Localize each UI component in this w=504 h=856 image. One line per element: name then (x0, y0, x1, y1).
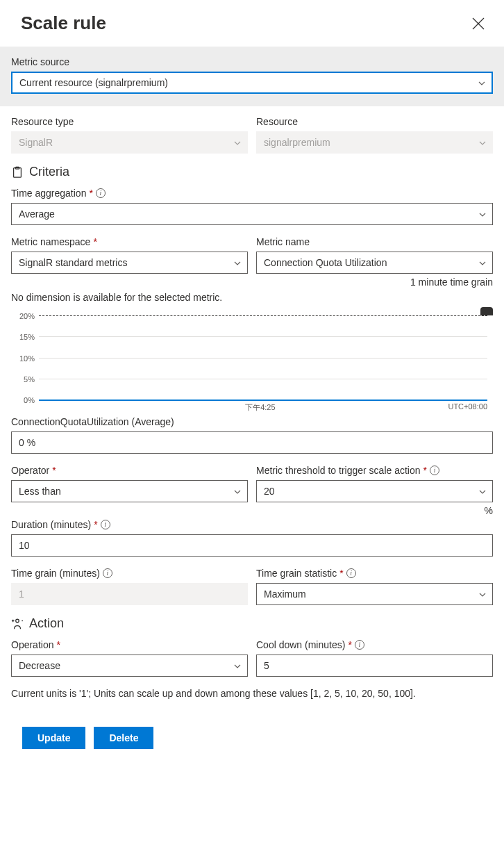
time-grain-label: Time grain (minutes) i (11, 568, 248, 579)
chevron-down-icon (233, 138, 242, 147)
threshold-input[interactable]: 20 (256, 480, 493, 502)
time-grain-statistic-value: Maximum (264, 588, 306, 600)
info-icon[interactable]: i (103, 568, 112, 578)
info-icon[interactable]: i (96, 188, 106, 198)
metric-name-value: Connection Quota Utilization (264, 257, 387, 268)
svg-rect-2 (14, 167, 22, 177)
chevron-down-icon (478, 138, 487, 147)
operation-label: Operation* (11, 639, 248, 650)
no-dimension-message: No dimension is available for the select… (11, 292, 493, 303)
resource-type-label: Resource type (11, 116, 248, 127)
threshold-value: 20 (264, 486, 275, 497)
chevron-down-icon (478, 210, 487, 218)
chevron-down-icon (478, 590, 487, 598)
update-button[interactable]: Update (22, 727, 85, 749)
resource-label: Resource (256, 116, 493, 127)
metric-name-label: Metric name (256, 236, 493, 247)
chevron-down-icon (478, 487, 487, 495)
info-icon[interactable]: i (355, 640, 364, 650)
time-grain-note: 1 minute time grain (11, 277, 493, 288)
metric-summary-value: 0 % (11, 431, 493, 454)
chevron-down-icon (233, 258, 242, 267)
time-aggregation-select[interactable]: Average (11, 203, 493, 225)
time-grain-statistic-select[interactable]: Maximum (256, 583, 493, 605)
metric-namespace-label: Metric namespace* (11, 236, 248, 247)
chevron-down-icon (478, 79, 486, 87)
metric-source-section: Metric source Current resource (signalrp… (0, 47, 504, 106)
operator-label: Operator* (11, 465, 248, 476)
close-icon[interactable] (472, 17, 485, 30)
threshold-unit: % (256, 505, 493, 516)
resource-select: signalrpremium (256, 131, 493, 154)
resource-type-value: SignalR (19, 137, 53, 148)
metric-source-select[interactable]: Current resource (signalrpremium) (11, 72, 493, 94)
operator-value: Less than (19, 486, 61, 497)
footer: Update Delete (0, 713, 504, 766)
operator-select[interactable]: Less than (11, 480, 248, 502)
time-grain-statistic-label: Time grain statistic* i (256, 568, 493, 579)
svg-point-4 (16, 619, 19, 623)
metric-namespace-value: SignalR standard metrics (19, 257, 127, 268)
metric-name-select[interactable]: Connection Quota Utilization (256, 252, 493, 274)
chevron-down-icon (478, 258, 487, 267)
criteria-heading: Criteria (11, 165, 493, 179)
time-aggregation-label: Time aggregation* i (11, 188, 493, 199)
operation-value: Decrease (19, 660, 60, 671)
chevron-down-icon (233, 487, 242, 495)
metric-source-label: Metric source (11, 56, 493, 67)
panel-title: Scale rule (21, 13, 106, 34)
delete-button[interactable]: Delete (94, 727, 153, 749)
resource-value: signalrpremium (264, 137, 330, 148)
chart-x-right: UTC+08:00 (448, 402, 487, 411)
info-icon[interactable]: i (430, 466, 439, 475)
info-icon[interactable]: i (101, 520, 110, 529)
duration-label: Duration (minutes)* i (11, 519, 493, 530)
threshold-label: Metric threshold to trigger scale action… (256, 465, 493, 476)
time-aggregation-value: Average (19, 208, 55, 220)
cool-down-label: Cool down (minutes)* i (256, 639, 493, 650)
metric-summary-label: ConnectionQuotaUtilization (Average) (11, 416, 493, 427)
metric-namespace-select[interactable]: SignalR standard metrics (11, 252, 248, 274)
panel-header: Scale rule (0, 0, 504, 47)
time-grain-input: 1 (11, 583, 248, 605)
metric-source-value: Current resource (signalrpremium) (19, 77, 168, 88)
cool-down-input[interactable]: 5 (256, 655, 493, 677)
time-grain-value: 1 (19, 588, 24, 600)
action-heading: Action (11, 616, 493, 631)
cool-down-value: 5 (264, 660, 269, 671)
metric-chart: 0%5%10%15%20% 下午4:25 UTC+08:00 (11, 307, 493, 415)
chart-x-center: 下午4:25 (245, 402, 275, 413)
units-note: Current units is '1'; Units can scale up… (11, 688, 493, 699)
info-icon[interactable]: i (346, 568, 356, 578)
action-icon (11, 618, 24, 630)
duration-value: 10 (19, 540, 30, 551)
resource-type-select: SignalR (11, 131, 248, 154)
chevron-down-icon (233, 661, 242, 670)
operation-select[interactable]: Decrease (11, 655, 248, 677)
duration-input[interactable]: 10 (11, 534, 493, 557)
clipboard-icon (11, 166, 24, 179)
